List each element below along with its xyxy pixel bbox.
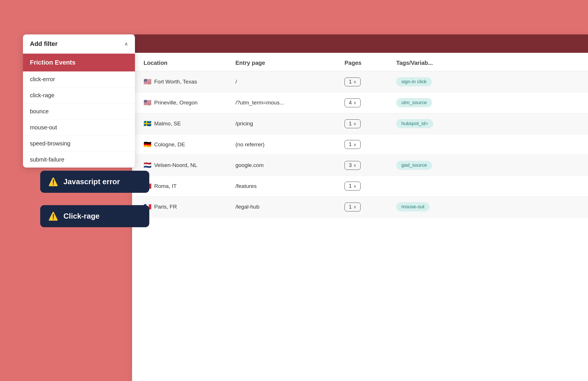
cell-pages: 1∧ xyxy=(345,203,396,211)
chevron-up-icon: ∧ xyxy=(353,79,356,84)
pages-count: 3 xyxy=(349,162,352,168)
notification-label: Javascript error xyxy=(63,177,120,186)
cell-entry-page: /?utm_term=mous... xyxy=(235,100,345,106)
cell-pages: 1∧ xyxy=(345,182,396,190)
pages-count: 1 xyxy=(349,204,352,210)
cell-location: 🇮🇹Roma, IT xyxy=(144,182,235,190)
cell-pages: 4∧ xyxy=(345,98,396,107)
cell-entry-page: google.com xyxy=(235,162,345,168)
location-name: Prineville, Oregon xyxy=(154,100,198,106)
filter-item[interactable]: submit-failure xyxy=(23,152,135,168)
table-row[interactable]: 🇺🇸Prineville, Oregon/?utm_term=mous...4∧… xyxy=(132,92,588,113)
cell-pages: 3∧ xyxy=(345,161,396,170)
filter-selected-label: Friction Events xyxy=(30,59,76,66)
location-name: Paris, FR xyxy=(154,204,177,210)
pages-count: 1 xyxy=(349,141,352,147)
col-entry-page: Entry page xyxy=(235,60,345,66)
filter-header[interactable]: Add filter ∧ xyxy=(23,34,135,54)
notification-label: Click-rage xyxy=(63,212,100,221)
pages-badge[interactable]: 1∧ xyxy=(345,77,361,86)
table-row[interactable]: 🇸🇪Malmo, SE/pricing1∧hubspot_id= xyxy=(132,113,588,134)
notification-badge-click-rage[interactable]: ⚠️ Click-rage xyxy=(40,205,149,227)
filter-item[interactable]: mouse-out xyxy=(23,120,135,136)
cell-location: 🇸🇪Malmo, SE xyxy=(144,120,235,127)
location-name: Malmo, SE xyxy=(154,120,181,127)
flag-icon: 🇺🇸 xyxy=(144,78,151,85)
warning-icon: ⚠️ xyxy=(48,211,58,221)
table-row[interactable]: 🇺🇸Fort Worth, Texas/1∧sign-in click xyxy=(132,71,588,92)
table-row[interactable]: 🇫🇷Paris, FR/legal-hub1∧mouse-out xyxy=(132,197,588,217)
cell-entry-page: (no referrer) xyxy=(235,141,345,148)
pages-count: 1 xyxy=(349,79,352,85)
chevron-up-icon: ∧ xyxy=(353,163,356,168)
cell-location: 🇳🇱Velsen-Noord, NL xyxy=(144,162,235,169)
pages-badge[interactable]: 1∧ xyxy=(345,140,361,149)
tag-badge: utm_source xyxy=(396,98,432,107)
filter-item[interactable]: click-error xyxy=(23,71,135,88)
cell-location: 🇺🇸Fort Worth, Texas xyxy=(144,78,235,85)
cell-pages: 1∧ xyxy=(345,77,396,86)
tag-badge: mouse-out xyxy=(396,202,430,211)
filter-selected-item[interactable]: Friction Events xyxy=(23,54,135,71)
cell-pages: 1∧ xyxy=(345,140,396,149)
tag-badge: sign-in click xyxy=(396,77,432,86)
chevron-up-icon: ∧ xyxy=(353,205,356,209)
cell-entry-page: /pricing xyxy=(235,120,345,127)
cell-tags: sign-in click xyxy=(396,77,577,86)
filter-header-label: Add filter xyxy=(30,40,58,48)
flag-icon: 🇳🇱 xyxy=(144,162,151,169)
cell-tags: gad_source xyxy=(396,161,577,170)
tag-badge: gad_source xyxy=(396,161,432,170)
filter-item[interactable]: click-rage xyxy=(23,88,135,104)
filter-item[interactable]: bounce xyxy=(23,104,135,120)
location-name: Fort Worth, Texas xyxy=(154,79,197,85)
cell-tags: utm_source xyxy=(396,98,577,107)
chevron-up-icon: ∧ xyxy=(353,184,356,188)
table-row[interactable]: 🇮🇹Roma, IT/features1∧ xyxy=(132,176,588,197)
cell-tags: mouse-out xyxy=(396,202,577,211)
table-row[interactable]: 🇳🇱Velsen-Noord, NLgoogle.com3∧gad_source xyxy=(132,155,588,176)
cell-entry-page: / xyxy=(235,79,345,85)
pages-badge[interactable]: 1∧ xyxy=(345,119,361,128)
cell-entry-page: /features xyxy=(235,183,345,189)
table-panel: Location Entry page Pages Tags/Variab...… xyxy=(132,34,588,381)
pages-badge[interactable]: 1∧ xyxy=(345,203,361,211)
chevron-up-icon: ∧ xyxy=(353,121,356,126)
table-content: Location Entry page Pages Tags/Variab...… xyxy=(132,53,588,217)
cell-location: 🇩🇪Cologne, DE xyxy=(144,141,235,148)
notification-badge-javascript-error[interactable]: ⚠️ Javascript error xyxy=(40,171,149,193)
cell-tags: hubspot_id= xyxy=(396,119,577,128)
flag-icon: 🇺🇸 xyxy=(144,99,151,106)
filter-item[interactable]: speed-browsing xyxy=(23,136,135,152)
table-row[interactable]: 🇩🇪Cologne, DE(no referrer)1∧ xyxy=(132,134,588,155)
pages-badge[interactable]: 3∧ xyxy=(345,161,361,170)
flag-icon: 🇩🇪 xyxy=(144,141,151,148)
filter-panel: Add filter ∧ Friction Events click-error… xyxy=(23,34,135,168)
cell-entry-page: /legal-hub xyxy=(235,204,345,210)
table-rows-container: 🇺🇸Fort Worth, Texas/1∧sign-in click🇺🇸Pri… xyxy=(132,71,588,217)
pages-count: 1 xyxy=(349,183,352,189)
warning-icon: ⚠️ xyxy=(48,177,58,186)
pages-count: 4 xyxy=(349,100,352,106)
location-name: Roma, IT xyxy=(154,183,177,189)
pages-badge[interactable]: 4∧ xyxy=(345,98,361,107)
table-header-bar xyxy=(132,34,588,53)
chevron-up-icon: ∧ xyxy=(353,142,356,147)
location-name: Cologne, DE xyxy=(154,141,185,148)
col-location: Location xyxy=(144,60,235,66)
flag-icon: 🇸🇪 xyxy=(144,120,151,127)
chevron-up-icon: ∧ xyxy=(124,41,128,47)
cell-pages: 1∧ xyxy=(345,119,396,128)
location-name: Velsen-Noord, NL xyxy=(154,162,197,168)
chevron-up-icon: ∧ xyxy=(353,100,356,105)
pages-count: 1 xyxy=(349,121,352,127)
col-tags: Tags/Variab... xyxy=(396,60,577,66)
filter-items-list: click-errorclick-ragebouncemouse-outspee… xyxy=(23,71,135,168)
table-columns-header: Location Entry page Pages Tags/Variab... xyxy=(132,53,588,71)
col-pages: Pages xyxy=(345,60,396,66)
cell-location: 🇺🇸Prineville, Oregon xyxy=(144,99,235,106)
cell-location: 🇫🇷Paris, FR xyxy=(144,203,235,211)
pages-badge[interactable]: 1∧ xyxy=(345,182,361,190)
tag-badge: hubspot_id= xyxy=(396,119,433,128)
